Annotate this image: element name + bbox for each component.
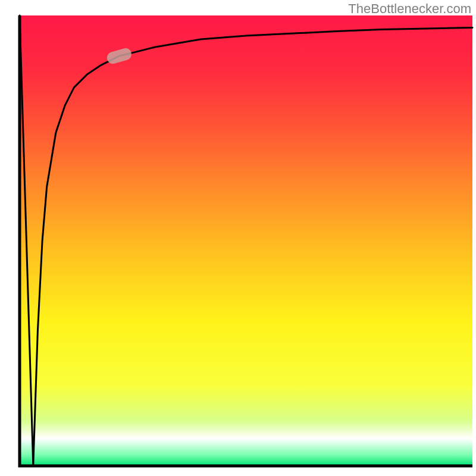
plot-background (20, 15, 472, 466)
bottleneck-chart (0, 0, 476, 476)
chart-stage: TheBottlenecker.com (0, 0, 476, 476)
